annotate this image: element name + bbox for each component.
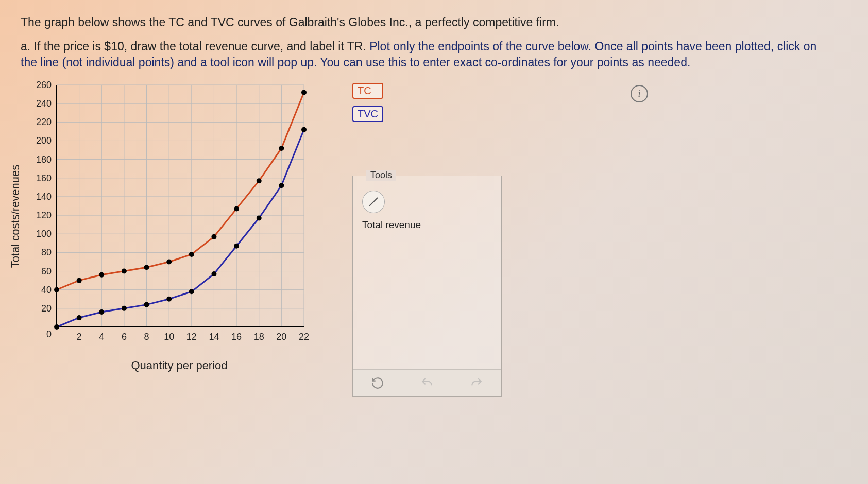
y-tick-label: 200 [36, 136, 52, 146]
series-point-tc[interactable] [122, 269, 127, 274]
x-tick-label: 20 [276, 332, 286, 342]
series-point-tvc[interactable] [189, 289, 194, 294]
series-point-tvc[interactable] [211, 271, 216, 276]
y-tick-label: 240 [36, 98, 52, 109]
y-tick-label: 180 [36, 154, 52, 165]
series-point-tvc[interactable] [166, 297, 172, 302]
series-point-tvc[interactable] [257, 216, 262, 221]
y-tick-label: 140 [36, 192, 52, 202]
x-tick-label: 22 [299, 332, 309, 342]
y-tick-label: 120 [36, 210, 52, 220]
x-axis-label: Quantity per period [131, 359, 227, 372]
chart-svg[interactable]: 2468101214161820220204060801001201401601… [21, 80, 309, 353]
series-point-tvc[interactable] [301, 127, 307, 132]
y-tick-label: 100 [36, 229, 52, 239]
x-tick-label: 4 [99, 332, 104, 342]
x-tick-label: 14 [209, 332, 219, 342]
series-point-tvc[interactable] [122, 306, 127, 311]
x-tick-label: 16 [231, 332, 242, 342]
line-tool-label: Total revenue [362, 219, 421, 231]
tools-panel: Tools Total revenue [352, 176, 502, 397]
series-point-tc[interactable] [77, 278, 82, 283]
series-point-tvc[interactable] [77, 315, 82, 320]
x-tick-label: 10 [164, 332, 174, 342]
y-tick-label: 220 [36, 117, 52, 127]
x-tick-label: 8 [144, 332, 149, 342]
series-point-tc[interactable] [279, 146, 284, 151]
series-point-tc[interactable] [211, 234, 216, 239]
series-point-tc[interactable] [54, 287, 59, 292]
series-point-tvc[interactable] [234, 244, 239, 249]
intro-text: The graph below shows the TC and TVC cur… [21, 15, 847, 29]
undo-icon[interactable] [417, 373, 437, 393]
series-point-tc[interactable] [189, 252, 194, 257]
line-tool-button[interactable] [362, 191, 385, 213]
y-tick-label: 260 [36, 80, 52, 90]
series-point-tvc[interactable] [54, 324, 59, 330]
series-point-tc[interactable] [257, 178, 262, 183]
tools-title: Tools [366, 170, 396, 181]
y-tick-label: 20 [41, 303, 52, 314]
y-tick-label: 80 [41, 247, 52, 257]
series-point-tc[interactable] [144, 265, 149, 270]
instruction-part-a: a. If the price is $10, draw the total r… [21, 40, 366, 53]
series-point-tvc[interactable] [279, 183, 284, 188]
legend-tc[interactable]: TC [352, 83, 383, 99]
x-tick-label: 12 [186, 332, 197, 342]
series-point-tc[interactable] [301, 90, 307, 95]
y-tick-label: 40 [41, 285, 52, 295]
y-tick-label: 60 [41, 266, 52, 276]
info-icon[interactable]: i [631, 85, 648, 102]
y-tick-label: 160 [36, 173, 52, 183]
x-tick-label: 18 [254, 332, 264, 342]
series-point-tc[interactable] [166, 260, 172, 265]
instruction-text: a. If the price is $10, draw the total r… [21, 39, 835, 71]
x-tick-label: 2 [77, 332, 82, 342]
reset-icon[interactable] [367, 373, 388, 393]
series-point-tvc[interactable] [144, 302, 149, 307]
legend-tvc[interactable]: TVC [352, 106, 383, 122]
tools-footer [353, 369, 501, 396]
x-tick-label: 6 [122, 332, 127, 342]
redo-icon[interactable] [466, 373, 487, 393]
chart-area[interactable]: Total costs/revenues Quantity per period… [21, 80, 309, 353]
origin-label: 0 [46, 329, 52, 339]
series-point-tc[interactable] [99, 272, 104, 278]
series-point-tvc[interactable] [99, 309, 104, 315]
svg-line-0 [369, 198, 378, 206]
series-point-tc[interactable] [234, 206, 239, 212]
